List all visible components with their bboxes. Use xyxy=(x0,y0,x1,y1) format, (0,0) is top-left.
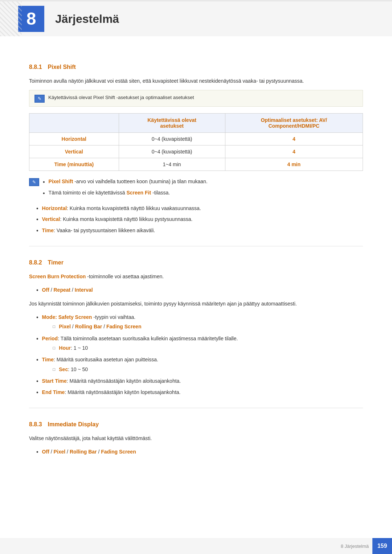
table-cell-label: Vertical xyxy=(29,145,119,158)
term: Mode: Safety Screen xyxy=(42,314,92,320)
list-item: Mode: Safety Screen -tyypin voi vaihtaa.… xyxy=(29,313,363,332)
sub-bullet-list: Hour: 1 ~ 10 xyxy=(53,344,238,352)
section-882-intro: Screen Burn Protection -toiminnolle voi … xyxy=(29,272,363,280)
term: Screen Fit xyxy=(126,190,151,196)
table-cell-value: 0~4 (kuvapistettä) xyxy=(119,145,225,158)
list-item-text: Off / Repeat / Interval xyxy=(42,286,93,294)
list-item-text: Pixel Shift -arvo voi vaihdella tuotteen… xyxy=(49,177,208,185)
section-883-para: Valitse näytönsäästäjä, jota haluat käyt… xyxy=(29,434,363,442)
section-882-heading: 8.8.2 Timer xyxy=(29,259,363,266)
section-881-intro: Toiminnon avulla näytön jälkikuvat voi e… xyxy=(29,77,363,85)
section-882-number: 8.8.2 xyxy=(29,259,42,266)
term: End Time xyxy=(42,389,65,395)
section-882-title: Timer xyxy=(48,259,64,266)
list-item: Vertical: Kuinka monta kuvapistettä näyt… xyxy=(29,215,363,224)
list-item: End Time: Määritä näytönsäästäjän käytön… xyxy=(29,388,363,397)
list-item: Pixel / Rolling Bar / Fading Screen xyxy=(53,323,142,331)
section-881-heading: 8.8.1 Pixel Shift xyxy=(29,64,363,70)
divider-2 xyxy=(29,408,363,408)
section-883-number: 8.8.3 xyxy=(29,421,42,428)
section-881-title: Pixel Shift xyxy=(48,64,76,70)
list-item-text: End Time: Määritä näytönsäästäjän käytön… xyxy=(42,388,181,396)
list-item-text: Horizontal: Kuinka monta kuvapistettä nä… xyxy=(42,204,201,212)
chapter-title: Järjestelmä xyxy=(55,12,119,26)
note-bullet-list: Pixel Shift -arvo voi vaihdella tuotteen… xyxy=(43,177,208,200)
list-item: Hour: 1 ~ 10 xyxy=(53,344,238,352)
term: Off xyxy=(42,287,49,293)
table-cell-optimal: 4 min xyxy=(225,158,363,171)
term: Repeat xyxy=(54,287,71,293)
table-cell-label: Time (minuuttia) xyxy=(29,158,119,171)
note-icon xyxy=(34,95,45,103)
list-item-text: Mode: Safety Screen -tyypin voi vaihtaa.… xyxy=(42,313,142,332)
chapter-number-box: 8 xyxy=(18,6,44,32)
list-item: Start Time: Määritä näytönsäästäjän käyt… xyxy=(29,377,363,386)
table-row: Vertical 0~4 (kuvapistettä) 4 xyxy=(29,145,363,158)
table-cell-value: 0~4 (kuvapistettä) xyxy=(119,133,225,145)
term: Period xyxy=(42,336,58,341)
table-cell-optimal: 4 xyxy=(225,133,363,145)
term: Time xyxy=(42,357,54,362)
pixel-shift-table: Käytettävissä olevatasetukset Optimaalis… xyxy=(29,113,363,171)
table-cell-value: 1~4 min xyxy=(119,158,225,171)
term: Interval xyxy=(75,287,93,293)
term: Off xyxy=(42,449,49,455)
term: Fading Screen xyxy=(101,449,136,455)
table-cell-optimal: 4 xyxy=(225,145,363,158)
note-bullet-wrapper: Pixel Shift -arvo voi vaihdella tuotteen… xyxy=(29,177,363,200)
table-cell-label: Horizontal xyxy=(29,133,119,145)
list-item-text: Hour: 1 ~ 10 xyxy=(59,344,88,352)
term: Time xyxy=(42,227,54,233)
table-row: Time (minuuttia) 1~4 min 4 min xyxy=(29,158,363,171)
term: Rolling Bar xyxy=(70,449,97,455)
list-item-text: Off / Pixel / Rolling Bar / Fading Scree… xyxy=(42,448,136,456)
list-item-text: Start Time: Määritä näytönsäästäjän käyt… xyxy=(42,377,181,385)
list-item-text: Sec: 10 ~ 50 xyxy=(59,365,88,373)
sub-bullet-list: Sec: 10 ~ 50 xyxy=(53,365,158,373)
table-row: Horizontal 0~4 (kuvapistettä) 4 xyxy=(29,133,363,145)
timer-bullets: Mode: Safety Screen -tyypin voi vaihtaa.… xyxy=(29,313,363,397)
list-item-text: Tämä toiminto ei ole käytettävissä Scree… xyxy=(49,189,170,197)
list-item: Pixel Shift -arvo voi vaihdella tuotteen… xyxy=(43,177,208,187)
term: Pixel xyxy=(54,449,66,455)
off-repeat-interval-list: Off / Repeat / Interval xyxy=(29,286,363,295)
term: Pixel xyxy=(59,324,71,329)
header-banner: 8 Järjestelmä xyxy=(0,0,392,36)
list-item: Time: Määritä suoritusaika asetetun ajan… xyxy=(29,356,363,375)
footer: 8 Järjestelmä 159 xyxy=(0,538,392,554)
immediate-display-bullets: Off / Pixel / Rolling Bar / Fading Scree… xyxy=(29,448,363,457)
table-header-empty xyxy=(29,114,119,133)
term: Rolling Bar xyxy=(75,324,102,329)
term: Hour xyxy=(59,345,71,351)
term: Pixel Shift xyxy=(49,178,73,184)
section-883-title: Immediate Display xyxy=(48,421,99,428)
list-item: Off / Repeat / Interval xyxy=(29,286,363,295)
term: Vertical xyxy=(42,216,60,222)
list-item: Sec: 10 ~ 50 xyxy=(53,365,158,373)
list-item: Time: Vaaka- tai pystysuuntaisen liikkee… xyxy=(29,226,363,235)
main-content: 8.8.1 Pixel Shift Toiminnon avulla näytö… xyxy=(0,36,392,483)
list-item-text: Time: Vaaka- tai pystysuuntaisen liikkee… xyxy=(42,226,155,234)
list-item-text: Time: Määritä suoritusaika asetetun ajan… xyxy=(42,356,158,375)
term: Fading Screen xyxy=(106,324,141,329)
term: Screen Burn Protection xyxy=(29,274,86,279)
table-header-col2: Optimaaliset asetukset: AV/Component/HDM… xyxy=(225,114,363,133)
section-881-number: 8.8.1 xyxy=(29,64,42,70)
section-882-para: Jos käynnistät toiminnon jälkikuvien poi… xyxy=(29,300,363,308)
list-item-text: Period: Tällä toiminnolla asetetaan suor… xyxy=(42,335,238,354)
table-header-col1: Käytettävissä olevatasetukset xyxy=(119,114,225,133)
divider xyxy=(29,246,363,246)
footer-page: 159 xyxy=(372,538,392,554)
term: Horizontal xyxy=(42,205,67,211)
chapter-number: 8 xyxy=(26,10,36,28)
pixel-shift-bullets: Horizontal: Kuinka monta kuvapistettä nä… xyxy=(29,204,363,235)
note-box-881: Käytettävissä olevat Pixel Shift -asetuk… xyxy=(29,90,363,107)
list-item: Off / Pixel / Rolling Bar / Fading Scree… xyxy=(29,448,363,457)
list-item: Tämä toiminto ei ole käytettävissä Scree… xyxy=(43,189,208,198)
note-icon-2 xyxy=(29,178,39,186)
term: Sec xyxy=(59,366,68,372)
footer-text: 8 Järjestelmä xyxy=(341,543,369,549)
term: Start Time xyxy=(42,378,67,384)
list-item: Period: Tällä toiminnolla asetetaan suor… xyxy=(29,335,363,354)
note-text: Käytettävissä olevat Pixel Shift -asetuk… xyxy=(48,94,194,101)
